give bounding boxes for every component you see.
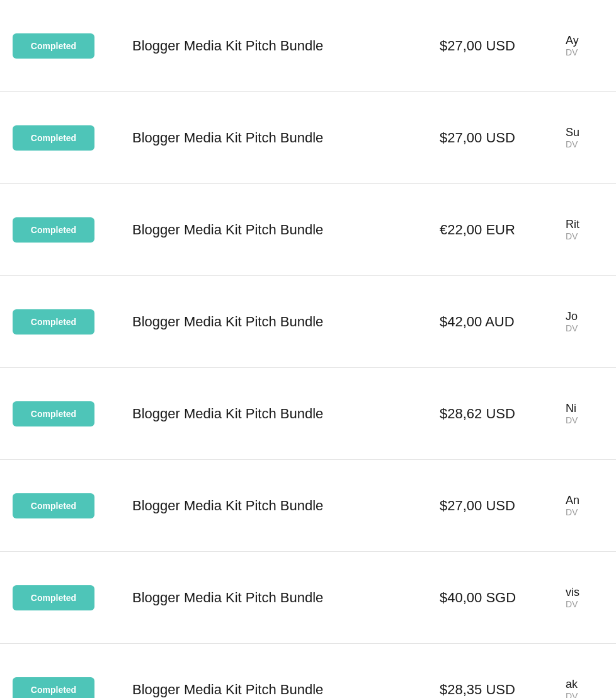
customer-name: Ay	[566, 34, 603, 47]
customer-info: Jo DV	[566, 310, 603, 333]
price: $42,00 AUD	[440, 314, 566, 330]
status-badge: Completed	[13, 401, 94, 426]
product-name: Blogger Media Kit Pitch Bundle	[94, 406, 440, 422]
table-row[interactable]: Completed Blogger Media Kit Pitch Bundle…	[0, 184, 616, 276]
customer-info: Ni DV	[566, 402, 603, 425]
table-row[interactable]: Completed Blogger Media Kit Pitch Bundle…	[0, 276, 616, 368]
customer-sub: DV	[566, 415, 603, 425]
customer-name: Ni	[566, 402, 603, 415]
table-row[interactable]: Completed Blogger Media Kit Pitch Bundle…	[0, 0, 616, 92]
customer-sub: DV	[566, 139, 603, 149]
product-name: Blogger Media Kit Pitch Bundle	[94, 222, 440, 238]
customer-info: ak DV	[566, 678, 603, 698]
customer-info: Ay DV	[566, 34, 603, 57]
status-badge: Completed	[13, 33, 94, 59]
status-badge: Completed	[13, 309, 94, 335]
price: €22,00 EUR	[440, 222, 566, 238]
customer-sub: DV	[566, 231, 603, 241]
customer-name: An	[566, 494, 603, 507]
customer-name: ak	[566, 678, 603, 691]
status-badge: Completed	[13, 677, 94, 699]
product-name: Blogger Media Kit Pitch Bundle	[94, 590, 440, 606]
price: $40,00 SGD	[440, 590, 566, 606]
customer-sub: DV	[566, 323, 603, 333]
customer-sub: DV	[566, 507, 603, 517]
customer-sub: DV	[566, 691, 603, 698]
order-list: Completed Blogger Media Kit Pitch Bundle…	[0, 0, 616, 698]
status-badge: Completed	[13, 585, 94, 610]
customer-sub: DV	[566, 47, 603, 57]
price: $27,00 USD	[440, 130, 566, 146]
price: $27,00 USD	[440, 38, 566, 54]
customer-info: Su DV	[566, 126, 603, 149]
product-name: Blogger Media Kit Pitch Bundle	[94, 682, 440, 698]
product-name: Blogger Media Kit Pitch Bundle	[94, 38, 440, 54]
customer-info: Rit DV	[566, 218, 603, 241]
status-badge: Completed	[13, 493, 94, 518]
customer-info: An DV	[566, 494, 603, 517]
table-row[interactable]: Completed Blogger Media Kit Pitch Bundle…	[0, 92, 616, 184]
table-row[interactable]: Completed Blogger Media Kit Pitch Bundle…	[0, 460, 616, 552]
customer-info: vis DV	[566, 586, 603, 609]
table-row[interactable]: Completed Blogger Media Kit Pitch Bundle…	[0, 552, 616, 644]
customer-name: Rit	[566, 218, 603, 231]
price: $28,62 USD	[440, 406, 566, 422]
product-name: Blogger Media Kit Pitch Bundle	[94, 498, 440, 514]
customer-name: Jo	[566, 310, 603, 323]
status-badge: Completed	[13, 217, 94, 243]
price: $27,00 USD	[440, 498, 566, 514]
customer-sub: DV	[566, 599, 603, 609]
price: $28,35 USD	[440, 682, 566, 698]
table-row[interactable]: Completed Blogger Media Kit Pitch Bundle…	[0, 644, 616, 698]
table-row[interactable]: Completed Blogger Media Kit Pitch Bundle…	[0, 368, 616, 460]
product-name: Blogger Media Kit Pitch Bundle	[94, 130, 440, 146]
status-badge: Completed	[13, 125, 94, 151]
customer-name: Su	[566, 126, 603, 139]
product-name: Blogger Media Kit Pitch Bundle	[94, 314, 440, 330]
customer-name: vis	[566, 586, 603, 599]
